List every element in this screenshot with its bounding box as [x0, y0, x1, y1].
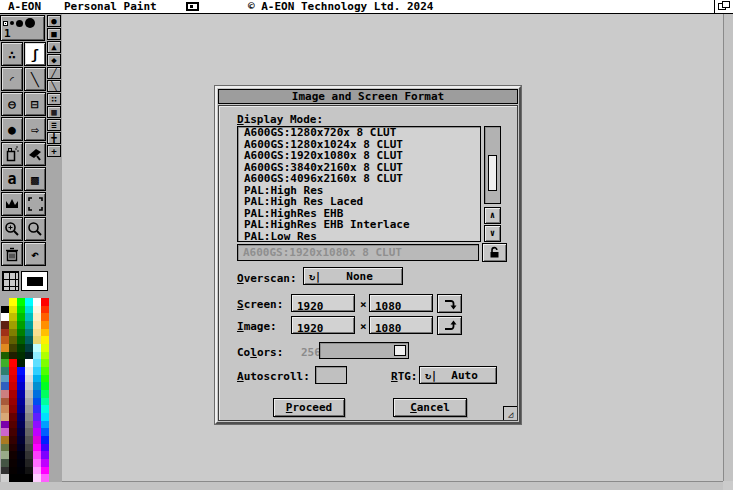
palette-color[interactable] — [41, 336, 49, 344]
palette-color[interactable] — [41, 428, 49, 436]
palette-color[interactable] — [17, 382, 25, 390]
palette-color[interactable] — [25, 298, 33, 306]
palette-color[interactable] — [33, 436, 41, 444]
lines-pattern[interactable]: ≡ — [47, 119, 61, 131]
palette-color[interactable] — [9, 298, 17, 306]
palette-color[interactable] — [1, 375, 9, 383]
overscan-cycle-button[interactable]: ↻| None — [303, 267, 403, 285]
slash-brush[interactable]: ╱ — [47, 67, 61, 79]
dialog-title-bar[interactable]: Image and Screen Format — [218, 89, 518, 104]
palette-color[interactable] — [25, 344, 33, 352]
palette-color[interactable] — [33, 421, 41, 429]
palette-color[interactable] — [9, 329, 17, 337]
palette-color[interactable] — [25, 474, 33, 482]
palette-color[interactable] — [17, 459, 25, 467]
trash-tool[interactable] — [1, 242, 23, 266]
rectangle-tool[interactable]: ⊟ — [24, 92, 46, 116]
palette-color[interactable] — [17, 375, 25, 383]
scrollbar-thumb[interactable] — [488, 155, 497, 191]
palette-color[interactable] — [1, 382, 9, 390]
palette-color[interactable] — [1, 428, 9, 436]
palette-color[interactable] — [17, 398, 25, 406]
colors-slider[interactable] — [319, 342, 409, 359]
palette-color[interactable] — [9, 390, 17, 398]
palette-color[interactable] — [41, 413, 49, 421]
palette-color[interactable] — [1, 436, 9, 444]
palette-color[interactable] — [9, 444, 17, 452]
palette-color[interactable] — [41, 459, 49, 467]
palette-color[interactable] — [33, 413, 41, 421]
palette-color[interactable] — [33, 359, 41, 367]
palette-color[interactable] — [9, 398, 17, 406]
text-tool[interactable]: a — [1, 167, 23, 191]
palette-color[interactable] — [25, 405, 33, 413]
palette-color[interactable] — [9, 321, 17, 329]
palette-color[interactable] — [9, 413, 17, 421]
square-brush[interactable]: ■ — [47, 28, 61, 40]
palette-color[interactable] — [41, 421, 49, 429]
spray-tool[interactable] — [1, 142, 23, 166]
palette-color[interactable] — [33, 428, 41, 436]
palette-color[interactable] — [1, 367, 9, 375]
palette-color[interactable] — [17, 352, 25, 360]
palette-color[interactable] — [41, 313, 49, 321]
palette-color[interactable] — [1, 421, 9, 429]
palette-color[interactable] — [9, 375, 17, 383]
zoom-in-tool[interactable] — [1, 217, 23, 241]
palette-color[interactable] — [17, 390, 25, 398]
fill-tool[interactable] — [24, 142, 46, 166]
palette-color[interactable] — [33, 467, 41, 475]
palette-color[interactable] — [9, 367, 17, 375]
palette-color[interactable] — [41, 321, 49, 329]
palette-color[interactable] — [1, 344, 9, 352]
brush-pickup-tool[interactable] — [1, 192, 23, 216]
palette-color[interactable] — [17, 313, 25, 321]
builtin-brushes-tool[interactable]: 1 — [0, 15, 45, 41]
dither-tool[interactable]: ▩ — [24, 167, 46, 191]
palette-color[interactable] — [25, 459, 33, 467]
palette-color[interactable] — [9, 436, 17, 444]
magnify-tool[interactable] — [24, 217, 46, 241]
palette-color[interactable] — [41, 444, 49, 452]
palette-color[interactable] — [9, 474, 17, 482]
palette-color[interactable] — [1, 359, 9, 367]
circle-brush[interactable]: ● — [47, 15, 61, 27]
palette-color[interactable] — [17, 329, 25, 337]
palette-color[interactable] — [41, 451, 49, 459]
window-horizontal-scrollbar[interactable] — [0, 481, 723, 490]
display-mode-item[interactable]: PAL:High Res Laced — [238, 196, 480, 208]
palette-color[interactable] — [1, 336, 9, 344]
palette-color[interactable] — [9, 459, 17, 467]
colors-slider-knob[interactable] — [394, 345, 406, 356]
palette-color[interactable] — [9, 421, 17, 429]
palette-color[interactable] — [17, 336, 25, 344]
image-height-input[interactable] — [370, 321, 432, 337]
palette-color[interactable] — [17, 321, 25, 329]
display-mode-item[interactable]: A600GS:1920x1080x 8 CLUT — [238, 150, 480, 162]
palette-color[interactable] — [17, 444, 25, 452]
palette-color[interactable] — [41, 390, 49, 398]
palette-color[interactable] — [9, 382, 17, 390]
palette-color[interactable] — [33, 344, 41, 352]
screen-height-input[interactable] — [370, 299, 432, 315]
palette-color[interactable] — [1, 352, 9, 360]
dialog-resize-gadget[interactable]: ◿ — [503, 406, 517, 420]
airbrush-tool[interactable]: ∴ — [1, 42, 23, 66]
palette-color[interactable] — [25, 367, 33, 375]
palette-color[interactable] — [17, 306, 25, 314]
palette-color[interactable] — [1, 467, 9, 475]
heavy-cross-brush[interactable]: ╋ — [47, 132, 61, 144]
palette-color[interactable] — [17, 298, 25, 306]
proceed-button[interactable]: Proceed — [273, 398, 345, 417]
palette-color[interactable] — [25, 321, 33, 329]
palette-color[interactable] — [1, 444, 9, 452]
scrollbar-track[interactable] — [484, 126, 501, 204]
palette-color[interactable] — [41, 375, 49, 383]
palette-color[interactable] — [17, 467, 25, 475]
palette-color[interactable] — [1, 398, 9, 406]
palette-color[interactable] — [17, 359, 25, 367]
palette-color[interactable] — [17, 367, 25, 375]
palette-color[interactable] — [9, 313, 17, 321]
palette-color[interactable] — [9, 344, 17, 352]
palette-color[interactable] — [25, 444, 33, 452]
